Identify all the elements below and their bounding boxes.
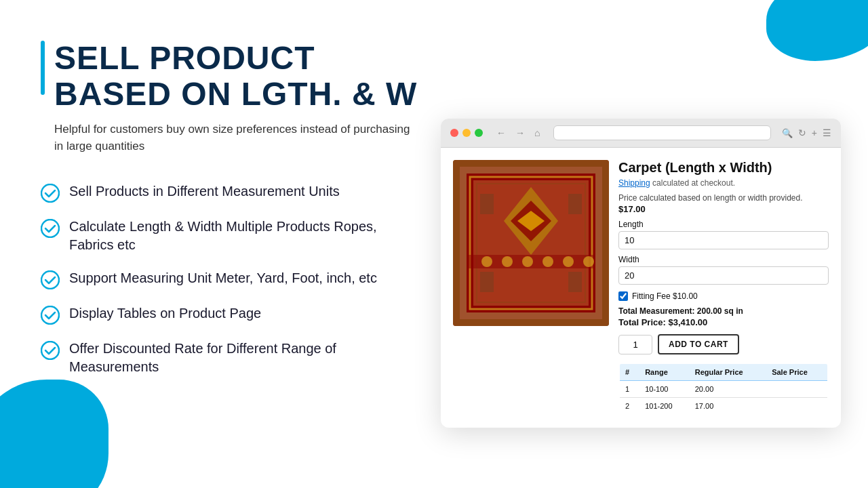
feature-item: Calculate Length & Width Multiple Produc… [41, 218, 420, 254]
total-price: Total Price: $3,410.00 [618, 317, 829, 327]
svg-point-19 [563, 256, 574, 267]
browser-dots [450, 129, 483, 137]
table-header-cell: Sale Price [766, 363, 828, 381]
dot-red[interactable] [450, 129, 458, 137]
svg-point-20 [583, 256, 594, 267]
forward-button[interactable]: → [513, 126, 528, 140]
quantity-input[interactable] [618, 335, 652, 354]
reload-button[interactable]: ↻ [798, 127, 806, 138]
table-cell: 20.00 [690, 381, 766, 398]
feature-text: Calculate Length & Width Multiple Produc… [69, 218, 420, 254]
product-image [453, 160, 609, 326]
price-table-header: #RangeRegular PriceSale Price [619, 363, 828, 381]
cart-row: ADD TO CART [618, 334, 829, 354]
table-header-row: #RangeRegular PriceSale Price [619, 363, 828, 381]
feature-text: Display Tables on Product Page [69, 304, 261, 323]
fitting-fee-checkbox[interactable] [618, 291, 628, 301]
address-bar[interactable] [553, 125, 770, 140]
check-icon [41, 306, 60, 325]
svg-point-3 [41, 306, 59, 324]
svg-point-0 [41, 184, 59, 202]
browser-nav: ← → ⌂ [494, 126, 542, 140]
feature-item: Support Measuring Unit Meter, Yard, Foot… [41, 269, 420, 289]
left-section: SELL PRODUCT BASED ON LGTH. & W Helpful … [41, 41, 420, 376]
add-tab-button[interactable]: + [812, 127, 817, 138]
price-table-body: 110-10020.002101-20017.00 [619, 381, 828, 415]
browser-actions: ↻ + ☰ [798, 127, 831, 138]
svg-rect-22 [568, 194, 582, 214]
shipping-info: Shipping calculated at checkout. [618, 178, 829, 188]
svg-point-4 [41, 342, 59, 359]
table-cell: 17.00 [690, 398, 766, 415]
table-header-cell: Range [639, 363, 690, 381]
table-cell: 10-100 [639, 381, 690, 398]
length-input[interactable] [618, 231, 829, 249]
dot-green[interactable] [475, 129, 483, 137]
table-header-cell: Regular Price [690, 363, 766, 381]
check-icon [41, 341, 60, 360]
product-details: Carpet (Length x Width) Shipping calcula… [618, 160, 829, 415]
feature-item: Display Tables on Product Page [41, 304, 420, 325]
search-icon[interactable]: 🔍 [782, 128, 793, 138]
length-label: Length [618, 220, 829, 229]
browser-mockup: ← → ⌂ 🔍 ↻ + ☰ [441, 119, 841, 428]
product-title: Carpet (Length x Width) [618, 160, 829, 176]
width-label: Width [618, 255, 829, 264]
feature-text: Sell Products in Different Measurement U… [69, 182, 340, 201]
price-description: Price calculated based on length or widt… [618, 193, 829, 203]
page-title: SELL PRODUCT BASED ON LGTH. & W [54, 41, 420, 113]
decorative-blob-top-right [766, 0, 868, 61]
page-subtitle: Helpful for customers buy own size prefe… [54, 121, 420, 155]
table-cell [766, 381, 828, 398]
dot-yellow[interactable] [462, 129, 471, 137]
svg-rect-24 [568, 272, 582, 292]
feature-item: Offer Discounted Rate for Different Rang… [41, 340, 420, 376]
table-row: 2101-20017.00 [619, 398, 828, 415]
add-to-cart-button[interactable]: ADD TO CART [658, 334, 739, 354]
svg-point-1 [41, 220, 59, 237]
check-icon [41, 184, 60, 203]
svg-point-2 [41, 271, 59, 289]
svg-point-18 [542, 256, 553, 267]
feature-item: Sell Products in Different Measurement U… [41, 182, 420, 203]
table-row: 110-10020.00 [619, 381, 828, 398]
decorative-blob-bottom-left [0, 380, 108, 488]
fitting-fee-row: Fitting Fee $10.00 [618, 291, 829, 301]
table-cell: 101-200 [639, 398, 690, 415]
shipping-link[interactable]: Shipping [618, 178, 650, 188]
features-list: Sell Products in Different Measurement U… [41, 182, 420, 376]
svg-point-15 [481, 256, 492, 267]
price-table: #RangeRegular PriceSale Price 110-10020.… [618, 363, 829, 415]
browser-toolbar: ← → ⌂ 🔍 ↻ + ☰ [441, 119, 841, 148]
fitting-fee-label: Fitting Fee $10.00 [632, 291, 698, 301]
check-icon [41, 219, 60, 238]
title-bar: SELL PRODUCT BASED ON LGTH. & W [41, 41, 420, 113]
table-header-cell: # [619, 363, 639, 381]
back-button[interactable]: ← [494, 126, 509, 140]
check-icon [41, 270, 60, 289]
table-cell: 2 [619, 398, 639, 415]
more-button[interactable]: ☰ [823, 127, 831, 138]
browser-content: Carpet (Length x Width) Shipping calcula… [441, 148, 841, 428]
svg-point-17 [522, 256, 533, 267]
table-cell: 1 [619, 381, 639, 398]
total-measurement: Total Measurement: 200.00 sq in [618, 306, 829, 316]
svg-rect-21 [480, 194, 494, 214]
svg-rect-23 [480, 272, 494, 292]
feature-text: Support Measuring Unit Meter, Yard, Foot… [69, 269, 377, 287]
svg-point-16 [502, 256, 513, 267]
shipping-suffix: calculated at checkout. [652, 178, 735, 188]
title-accent [41, 41, 45, 95]
feature-text: Offer Discounted Rate for Different Rang… [69, 340, 420, 376]
home-button[interactable]: ⌂ [532, 126, 542, 140]
table-cell [766, 398, 828, 415]
price-value: $17.00 [618, 204, 829, 214]
width-input[interactable] [618, 266, 829, 285]
